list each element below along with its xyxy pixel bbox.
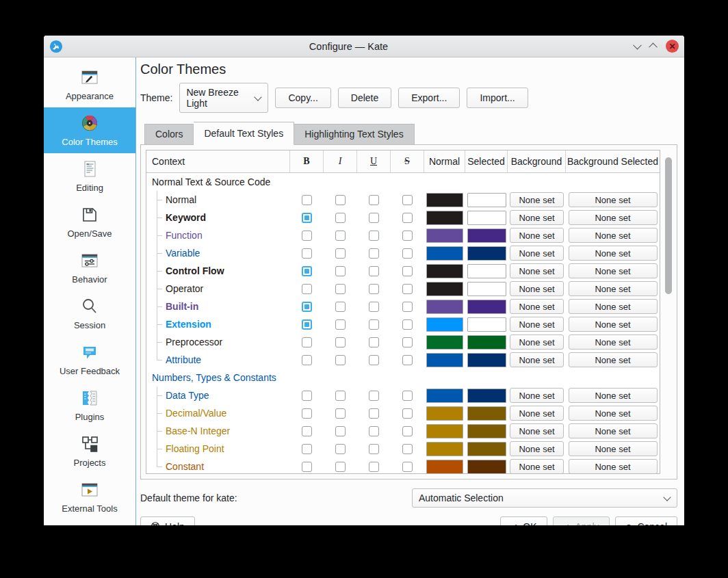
table-section-row[interactable]: Numbers, Types & Constants: [146, 369, 660, 386]
sidebar-item-behavior[interactable]: Behavior: [44, 245, 135, 291]
copy-button[interactable]: Copy...: [275, 88, 330, 108]
selected-color-swatch[interactable]: [467, 264, 506, 278]
selected-color-swatch[interactable]: [467, 317, 506, 332]
close-button[interactable]: ✕: [666, 40, 679, 53]
table-row[interactable]: Floating Point None set None set: [146, 440, 660, 458]
strikethrough-checkbox[interactable]: [402, 319, 413, 330]
background-selected-button[interactable]: None set: [569, 388, 658, 403]
underline-checkbox[interactable]: [369, 391, 379, 401]
selected-color-swatch[interactable]: [467, 424, 506, 438]
underline-checkbox[interactable]: [369, 426, 379, 436]
strikethrough-checkbox[interactable]: [402, 213, 413, 223]
italic-checkbox[interactable]: [335, 462, 346, 472]
italic-checkbox[interactable]: [335, 391, 346, 401]
cancel-button[interactable]: ⊘ Cancel: [615, 516, 678, 525]
column-header-context[interactable]: Context: [146, 150, 290, 172]
selected-color-swatch[interactable]: [467, 460, 506, 474]
underline-checkbox[interactable]: [369, 444, 379, 454]
background-button[interactable]: None set: [510, 299, 564, 314]
normal-color-swatch[interactable]: [426, 442, 463, 456]
strikethrough-checkbox[interactable]: [402, 195, 413, 205]
column-header-background-selected[interactable]: Background Selected: [566, 150, 660, 172]
italic-checkbox[interactable]: [335, 444, 346, 454]
normal-color-swatch[interactable]: [426, 246, 463, 261]
selected-color-swatch[interactable]: [467, 193, 506, 207]
normal-color-swatch[interactable]: [426, 211, 463, 225]
strikethrough-checkbox[interactable]: [402, 426, 413, 436]
background-selected-button[interactable]: None set: [569, 246, 658, 261]
strikethrough-checkbox[interactable]: [402, 266, 413, 276]
strikethrough-checkbox[interactable]: [402, 444, 413, 454]
background-button[interactable]: None set: [510, 210, 564, 225]
selected-color-swatch[interactable]: [467, 389, 506, 403]
background-button[interactable]: None set: [510, 317, 564, 332]
tab-highlighting-text-styles[interactable]: Highlighting Text Styles: [294, 124, 414, 144]
italic-checkbox[interactable]: [335, 284, 346, 294]
background-button[interactable]: None set: [510, 228, 564, 243]
normal-color-swatch[interactable]: [426, 406, 463, 421]
normal-color-swatch[interactable]: [426, 335, 463, 350]
sidebar-item-projects[interactable]: Projects: [44, 428, 135, 474]
background-selected-button[interactable]: None set: [569, 210, 658, 225]
strikethrough-checkbox[interactable]: [402, 391, 413, 401]
bold-checkbox[interactable]: [302, 462, 312, 472]
italic-checkbox[interactable]: [335, 426, 346, 436]
background-selected-button[interactable]: None set: [569, 334, 658, 350]
selected-color-swatch[interactable]: [467, 335, 506, 350]
column-header-italic[interactable]: I: [324, 150, 357, 172]
selected-color-swatch[interactable]: [467, 353, 506, 367]
theme-select[interactable]: New Breeze Light: [179, 83, 268, 113]
italic-checkbox[interactable]: [335, 266, 346, 276]
underline-checkbox[interactable]: [369, 337, 379, 347]
selected-color-swatch[interactable]: [467, 300, 506, 314]
column-header-strikethrough[interactable]: S: [391, 150, 424, 172]
sidebar-item-user-feedback[interactable]: User Feedback: [44, 337, 135, 382]
sidebar-item-terminal[interactable]: Terminal: [44, 520, 135, 525]
normal-color-swatch[interactable]: [426, 300, 463, 314]
bold-checkbox[interactable]: [302, 231, 312, 241]
selected-color-swatch[interactable]: [467, 442, 506, 456]
strikethrough-checkbox[interactable]: [402, 231, 413, 241]
bold-checkbox[interactable]: [302, 391, 312, 401]
bold-checkbox[interactable]: [302, 213, 312, 223]
italic-checkbox[interactable]: [335, 231, 346, 241]
sidebar-item-color-themes[interactable]: Color Themes: [44, 107, 135, 153]
strikethrough-checkbox[interactable]: [402, 248, 413, 259]
tab-default-text-styles[interactable]: Default Text Styles: [194, 122, 294, 145]
underline-checkbox[interactable]: [369, 213, 379, 223]
delete-button[interactable]: Delete: [338, 88, 391, 108]
bold-checkbox[interactable]: [302, 302, 312, 312]
table-row[interactable]: Attribute None set None set: [146, 351, 660, 369]
normal-color-swatch[interactable]: [426, 317, 463, 332]
underline-checkbox[interactable]: [369, 302, 379, 312]
maximize-button[interactable]: [650, 43, 656, 49]
bold-checkbox[interactable]: [302, 284, 312, 294]
normal-color-swatch[interactable]: [426, 424, 463, 438]
background-button[interactable]: None set: [510, 459, 564, 473]
italic-checkbox[interactable]: [335, 302, 346, 312]
background-button[interactable]: None set: [510, 246, 564, 261]
normal-color-swatch[interactable]: [426, 353, 463, 367]
normal-color-swatch[interactable]: [426, 389, 463, 403]
normal-color-swatch[interactable]: [426, 193, 463, 207]
table-row[interactable]: Function None set None set: [146, 226, 660, 244]
table-row[interactable]: Control Flow None set None set: [146, 262, 660, 280]
column-header-selected[interactable]: Selected: [465, 150, 508, 172]
background-selected-button[interactable]: None set: [569, 263, 658, 278]
selected-color-swatch[interactable]: [467, 228, 506, 243]
sidebar-item-plugins[interactable]: Plugins: [44, 382, 135, 428]
table-row[interactable]: Variable None set None set: [146, 244, 660, 262]
column-header-normal[interactable]: Normal: [424, 150, 465, 172]
italic-checkbox[interactable]: [335, 195, 346, 205]
background-button[interactable]: None set: [510, 441, 564, 456]
table-row[interactable]: Base-N Integer None set None set: [146, 422, 660, 440]
selected-color-swatch[interactable]: [467, 211, 506, 225]
sidebar-item-open-save[interactable]: Open/Save: [44, 199, 135, 245]
help-button[interactable]: Help: [140, 516, 195, 525]
background-selected-button[interactable]: None set: [569, 352, 658, 367]
bold-checkbox[interactable]: [302, 319, 312, 330]
bold-checkbox[interactable]: [302, 266, 312, 276]
sidebar-item-editing[interactable]: Editing: [44, 153, 135, 199]
underline-checkbox[interactable]: [369, 266, 379, 276]
underline-checkbox[interactable]: [369, 319, 379, 330]
